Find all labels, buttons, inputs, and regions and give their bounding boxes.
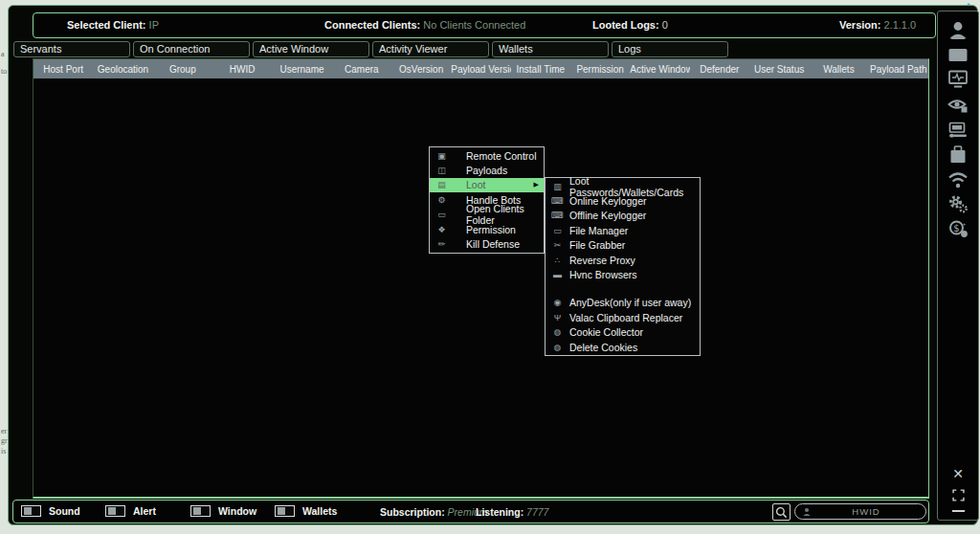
wallets-checkbox-label: Wallets (302, 505, 337, 517)
col-install-time[interactable]: Install Time (511, 64, 570, 75)
cookie-icon: ◍ (551, 343, 564, 352)
tab-logs[interactable]: Logs (612, 41, 728, 57)
col-permission[interactable]: Permission (570, 64, 630, 75)
hwid-placeholder: HWID (813, 506, 920, 517)
col-payload-version[interactable]: Payload Version (451, 64, 510, 75)
minimize-icon[interactable] (952, 510, 965, 512)
alert-checkbox[interactable] (105, 505, 125, 517)
title-bar: Selected Client: IP Connected Clients: N… (33, 12, 936, 38)
keylogger-machine-icon[interactable] (946, 119, 970, 141)
submenu-arrow-icon: ▶ (534, 181, 539, 189)
loot-case-icon[interactable] (946, 144, 970, 166)
tab-active-window[interactable]: Active Window (253, 41, 369, 57)
settings-gears-icon[interactable] (946, 193, 970, 215)
col-hwid[interactable]: HWID (212, 64, 272, 75)
tab-on-connection[interactable]: On Connection (133, 41, 250, 57)
version-stat: Version: 2.1.1.0 (839, 19, 916, 31)
submenu-item-valac-clipboard-replacer[interactable]: Ψ Valac Clipboard Replacer (546, 310, 700, 324)
col-defender[interactable]: Defender (690, 64, 749, 75)
keyboard-icon: ⌨ (551, 211, 564, 220)
submenu-item-offline-keylogger[interactable]: ⌨ Offline Keylogger (546, 209, 700, 223)
window-checkbox-group: Window (190, 505, 256, 517)
submenu-item-online-keylogger[interactable]: ⌨ Online Keylogger (546, 193, 700, 208)
menu-item-loot[interactable]: ▤ Loot ▶ (430, 178, 544, 192)
selected-client-value: IP (149, 19, 159, 31)
window-checkbox-label: Window (218, 505, 256, 517)
menu-item-label: Reverse Proxy (569, 255, 635, 266)
tab-servants[interactable]: Servants (13, 41, 130, 57)
cookie-icon: ◍ (551, 327, 564, 337)
col-group[interactable]: Group (153, 64, 212, 75)
menu-item-label: Valac Clipboard Replacer (569, 312, 682, 323)
menu-item-open-clients-folder[interactable]: ▭ Open Clients Folder (430, 208, 544, 222)
sound-checkbox[interactable] (21, 505, 41, 517)
col-geolocation[interactable]: Geolocation (93, 64, 152, 75)
menu-item-remote-control[interactable]: ▣ Remote Control (430, 148, 544, 163)
menu-item-label: File Manager (569, 225, 628, 236)
menu-item-label: Online Keylogger (569, 195, 647, 207)
connected-clients-stat: Connected Clients: No Clients Connected (324, 19, 525, 31)
submenu-item-hvnc-browsers[interactable]: ▬ Hvnc Browsers (546, 267, 700, 281)
col-wallets[interactable]: Wallets (809, 64, 868, 75)
connected-clients-label: Connected Clients (324, 19, 417, 31)
page-edge-text: gr (1, 436, 8, 445)
submenu-item-file-grabber[interactable]: ✂ File Grabber (546, 238, 700, 253)
col-payload-path[interactable]: Payload Path (869, 64, 928, 75)
anydesk-icon: ◉ (551, 298, 564, 307)
search-icon (775, 506, 788, 519)
menu-item-label: Hvnc Browsers (569, 269, 637, 280)
menu-item-payloads[interactable]: ◫ Payloads (430, 163, 544, 177)
maximize-icon[interactable] (952, 489, 965, 501)
col-host-port[interactable]: Host Port (33, 64, 93, 75)
connection-wifi-icon[interactable] (946, 168, 970, 190)
svg-text:+: + (963, 221, 967, 227)
alert-checkbox-label: Alert (133, 505, 156, 517)
alert-checkbox-group: Alert (105, 505, 156, 517)
menu-item-label: AnyDesk(only if user away) (569, 297, 691, 308)
window-controls: ✕ (938, 467, 978, 512)
submenu-item-file-manager[interactable]: ▭ File Manager (546, 223, 700, 237)
remote-control-icon: ▣ (435, 151, 448, 161)
tab-wallets[interactable]: Wallets (492, 41, 609, 57)
col-active-window[interactable]: Active Window (630, 64, 689, 75)
menu-item-label: Permission (466, 224, 516, 235)
hwid-search-input[interactable]: HWID (794, 503, 926, 520)
col-username[interactable]: Username (272, 64, 331, 75)
hidden-viewer-icon[interactable] (946, 94, 970, 116)
tab-activity-viewer[interactable]: Activity Viewer (372, 41, 489, 57)
remote-screen-icon[interactable] (946, 44, 970, 66)
clients-table: Host Port Geolocation Group HWID Usernam… (33, 58, 929, 499)
col-osversion[interactable]: OsVersion (391, 64, 451, 75)
submenu-item-anydesk[interactable]: ◉ AnyDesk(only if user away) (546, 296, 700, 310)
cards-icon: ▥ (551, 182, 564, 191)
client-user-icon[interactable] (946, 19, 970, 41)
bottom-bar: Sound Alert Window Wallets Subscription:… (12, 500, 929, 523)
connected-clients-value: No Clients Connected (423, 19, 525, 31)
window-checkbox[interactable] (190, 505, 211, 517)
clipboard-icon: Ψ (551, 313, 564, 323)
menu-item-label: Delete Cookies (569, 342, 637, 353)
submenu-item-cookie-collector[interactable]: ◍ Cookie Collector (546, 325, 700, 340)
client-user-icon (801, 506, 813, 518)
submenu-item-loot-passwords[interactable]: ▥ Loot Passwords/Wallets/Cards (546, 179, 700, 193)
listening-stat: Listening: 7777 (476, 506, 548, 518)
col-user-status[interactable]: User Status (749, 64, 809, 75)
submenu-item-reverse-proxy[interactable]: ∴ Reverse Proxy (546, 253, 700, 267)
close-icon[interactable]: ✕ (952, 467, 964, 480)
selected-client-label: Selected Client (67, 19, 143, 31)
menu-item-permission[interactable]: ❖ Permission (430, 222, 544, 236)
menu-item-kill-defense[interactable]: ✏ Kill Defense (430, 236, 544, 251)
col-camera[interactable]: Camera (332, 64, 391, 75)
pen-knife-icon: ✏ (435, 239, 448, 249)
menu-item-label: Cookie Collector (569, 326, 643, 338)
folder-icon: ▭ (551, 226, 564, 235)
keyboard-icon: ⌨ (551, 196, 564, 206)
crypto-funds-icon[interactable]: $ + (946, 218, 970, 240)
wallets-checkbox[interactable] (275, 505, 295, 517)
search-button[interactable] (772, 503, 791, 521)
submenu-item-delete-cookies[interactable]: ◍ Delete Cookies (546, 340, 700, 354)
loot-icon: ▤ (435, 180, 448, 189)
sidebar: $ + ✕ (937, 11, 979, 521)
activity-monitor-icon[interactable] (946, 69, 970, 91)
listening-value: 7777 (526, 506, 548, 518)
